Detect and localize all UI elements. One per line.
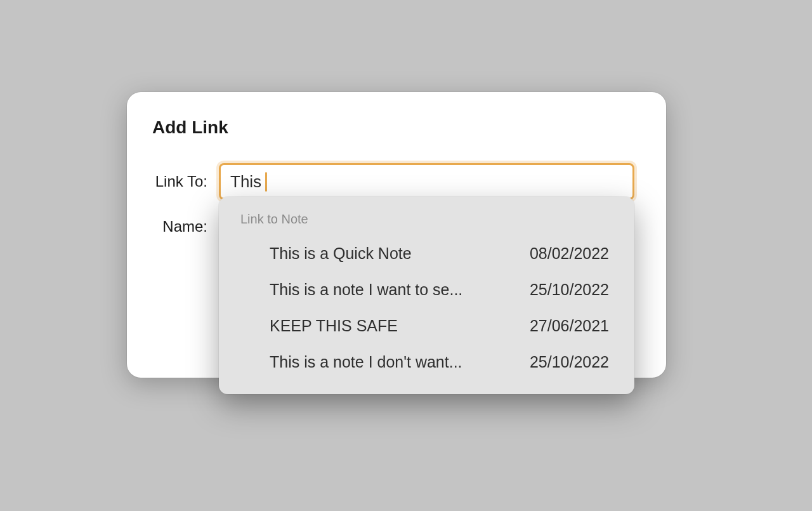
linkto-input[interactable] — [219, 163, 634, 200]
suggestions-dropdown: Link to Note This is a Quick Note 08/02/… — [219, 197, 634, 394]
suggestion-item[interactable]: This is a Quick Note 08/02/2022 — [219, 236, 634, 272]
dropdown-header: Link to Note — [219, 212, 634, 236]
suggestion-title: This is a note I don't want... — [270, 353, 462, 371]
linkto-row: Link To: This — [152, 163, 634, 200]
suggestion-item[interactable]: This is a note I want to se... 25/10/202… — [219, 272, 634, 308]
suggestion-date: 27/06/2021 — [517, 317, 609, 335]
linkto-input-wrapper: This — [219, 163, 634, 200]
suggestion-date: 25/10/2022 — [517, 281, 609, 299]
name-label: Name: — [152, 218, 219, 236]
suggestion-item[interactable]: This is a note I don't want... 25/10/202… — [219, 344, 634, 380]
suggestion-date: 25/10/2022 — [517, 353, 609, 371]
suggestion-date: 08/02/2022 — [517, 244, 609, 263]
suggestion-title: KEEP THIS SAFE — [270, 317, 398, 335]
suggestion-title: This is a Quick Note — [270, 244, 412, 263]
linkto-label: Link To: — [152, 173, 219, 190]
suggestion-item[interactable]: KEEP THIS SAFE 27/06/2021 — [219, 308, 634, 344]
suggestion-title: This is a note I want to se... — [270, 281, 462, 299]
dialog-title: Add Link — [152, 117, 634, 138]
